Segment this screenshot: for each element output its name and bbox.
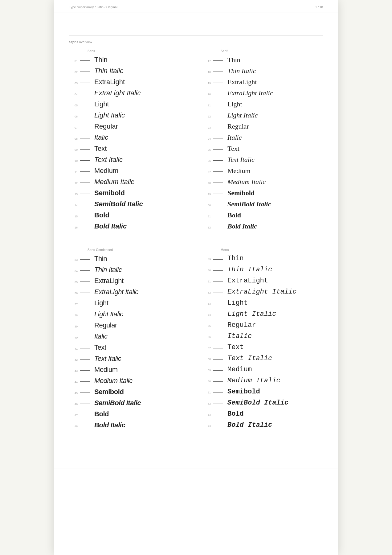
list-item: 62 SemiBold Italic — [202, 399, 323, 409]
style-name: Text Italic — [94, 355, 121, 363]
style-name: Bold — [94, 410, 109, 418]
style-name: Medium — [94, 366, 118, 374]
style-number: 45 — [69, 391, 78, 395]
list-item: 42 Text Italic — [69, 355, 190, 364]
style-line-decoration — [80, 194, 90, 194]
style-number: 14 — [69, 203, 78, 207]
style-name: Bold — [227, 410, 244, 418]
list-item: 59 Medium — [202, 366, 323, 376]
style-number: 22 — [202, 114, 211, 118]
list-item: 25 Text — [202, 145, 323, 154]
style-line-decoration — [213, 138, 223, 138]
style-name: Italic — [227, 134, 242, 142]
style-line-decoration — [213, 315, 223, 315]
style-number: 01 — [69, 59, 78, 63]
list-item: 45 Semibold — [69, 388, 190, 398]
list-item: 18 Thin Italic — [202, 67, 323, 77]
style-number: 43 — [69, 369, 78, 372]
style-line-decoration — [80, 205, 90, 205]
list-item: 56 Italic — [202, 332, 323, 342]
list-item: 53 Light — [202, 299, 323, 309]
style-number: 34 — [69, 269, 78, 273]
style-line-decoration — [213, 326, 223, 326]
style-number: 55 — [202, 324, 211, 327]
list-item: 43 Medium — [69, 366, 190, 376]
style-name: Thin — [94, 56, 108, 64]
style-name: Regular — [227, 321, 256, 329]
style-name: Semibold — [94, 189, 125, 197]
style-line-decoration — [80, 426, 90, 426]
style-number: 59 — [202, 368, 211, 372]
breadcrumb: Type Superfamily / Latin / Original — [69, 6, 117, 9]
style-name: Italic — [94, 134, 108, 142]
styles-grid-top: Sans 01 Thin 02 Thin Italic 03 Ext — [69, 49, 323, 233]
condensed-mono-group: Sans Condensed 33 Thin 34 Thin Italic 35 — [69, 248, 323, 432]
mono-header: Mono — [202, 248, 323, 252]
style-name: Medium — [227, 167, 251, 175]
page-footer — [54, 468, 338, 476]
list-item: 19 ExtraLight — [202, 78, 323, 88]
style-line-decoration — [80, 138, 90, 138]
condensed-header: Sans Condensed — [69, 248, 190, 252]
style-number: 51 — [202, 279, 211, 283]
style-name: Text — [94, 343, 106, 352]
style-name: Thin Italic — [94, 266, 122, 274]
list-item: 03 ExtraLight — [69, 78, 190, 88]
style-name: Medium Italic — [94, 178, 134, 186]
style-number: 28 — [202, 181, 211, 185]
style-name: Text Italic — [94, 156, 123, 164]
style-name: Italic — [94, 332, 108, 340]
style-name: ExtraLight Italic — [227, 89, 273, 97]
style-number: 11 — [69, 170, 78, 174]
style-line-decoration — [213, 105, 223, 105]
style-number: 06 — [69, 114, 78, 118]
style-number: 64 — [202, 424, 211, 427]
style-line-decoration — [213, 270, 223, 271]
style-name: ExtraLight — [94, 277, 124, 285]
style-name: Light — [227, 299, 248, 307]
style-line-decoration — [80, 415, 90, 415]
style-number: 08 — [69, 137, 78, 140]
style-number: 20 — [202, 92, 211, 96]
list-item: 34 Thin Italic — [69, 266, 190, 276]
condensed-column: Sans Condensed 33 Thin 34 Thin Italic 35 — [69, 248, 190, 432]
style-number: 10 — [69, 159, 78, 162]
style-line-decoration — [213, 72, 223, 72]
style-number: 47 — [69, 413, 78, 417]
style-number: 03 — [69, 81, 78, 85]
style-number: 13 — [69, 192, 78, 196]
list-item: 12 Medium Italic — [69, 178, 190, 188]
style-line-decoration — [80, 60, 90, 61]
style-number: 26 — [202, 159, 211, 162]
style-name: Medium Italic — [227, 377, 280, 385]
list-item: 14 SemiBold Italic — [69, 200, 190, 210]
list-item: 36 ExtraLight Italic — [69, 288, 190, 298]
style-number: 48 — [69, 424, 78, 428]
style-number: 56 — [202, 335, 211, 339]
style-name: SemiBold Italic — [94, 399, 141, 407]
style-line-decoration — [80, 315, 90, 315]
list-item: 06 Light Italic — [69, 111, 190, 121]
style-name: Light — [94, 100, 109, 108]
list-item: 13 Semibold — [69, 189, 190, 199]
sans-column: Sans 01 Thin 02 Thin Italic 03 Ext — [69, 49, 190, 233]
style-number: 60 — [202, 379, 211, 383]
style-name: Text — [94, 145, 107, 153]
style-line-decoration — [80, 227, 90, 227]
style-line-decoration — [80, 171, 90, 172]
list-item: 07 Regular — [69, 122, 190, 132]
style-line-decoration — [213, 116, 223, 116]
style-line-decoration — [213, 293, 223, 293]
list-item: 38 Light Italic — [69, 310, 190, 320]
section-title: Styles overview — [69, 40, 323, 44]
style-line-decoration — [213, 94, 223, 94]
style-name: Light — [94, 299, 108, 307]
style-line-decoration — [213, 348, 223, 348]
style-name: Semibold — [94, 388, 124, 396]
style-number: 54 — [202, 313, 211, 316]
style-number: 41 — [69, 347, 78, 350]
style-name: Light — [227, 100, 242, 108]
style-line-decoration — [213, 216, 223, 216]
list-item: 17 Thin — [202, 56, 323, 66]
style-number: 21 — [202, 103, 211, 107]
